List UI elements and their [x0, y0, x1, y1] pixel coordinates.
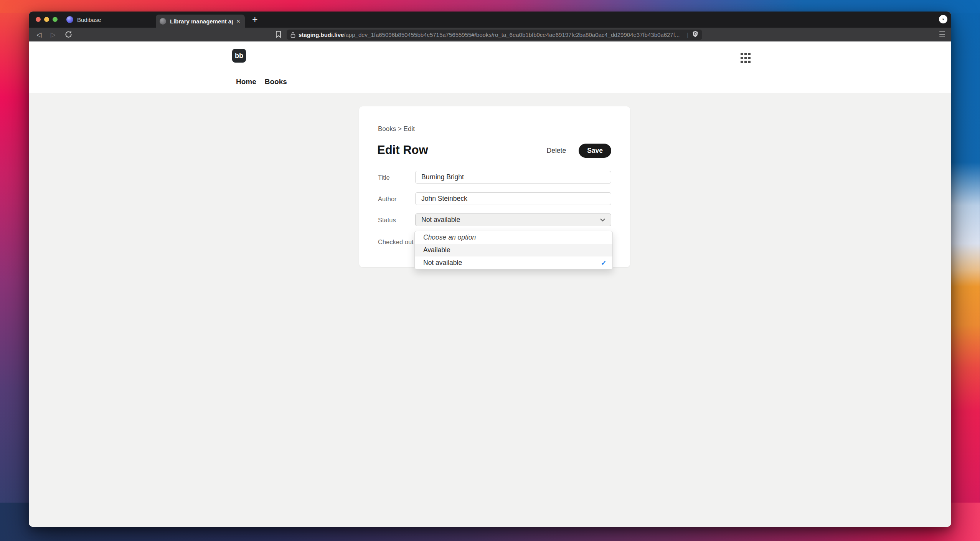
edit-row-card: Books > Edit Edit Row Delete Save Title …: [359, 106, 630, 267]
back-button[interactable]: ◁: [36, 28, 41, 41]
save-button[interactable]: Save: [579, 144, 611, 158]
url-bar[interactable]: staging.budi.live /app_dev_1fa65096b8504…: [287, 30, 702, 40]
new-tab-button[interactable]: +: [252, 13, 258, 25]
status-label: Status: [378, 217, 396, 224]
bookmark-icon: [276, 31, 281, 38]
page-favicon-icon: [160, 18, 166, 25]
app-main: Books > Edit Edit Row Delete Save Title …: [29, 93, 951, 527]
close-tab-icon[interactable]: ×: [236, 18, 241, 25]
budibase-favicon-icon: [66, 16, 73, 23]
reload-button[interactable]: [65, 31, 72, 38]
menu-icon: [939, 31, 945, 32]
nav-home-link[interactable]: Home: [236, 78, 256, 86]
wallpaper-top: [0, 0, 980, 13]
tab-search-button[interactable]: ▼: [939, 15, 947, 23]
card-actions: Delete Save: [544, 144, 611, 158]
option-label: Not available: [423, 259, 462, 267]
reload-icon: [65, 31, 72, 38]
tab-label: Library management app: [170, 18, 233, 25]
window-controls: [36, 17, 58, 22]
tab-library-management-app[interactable]: Library management app ×: [156, 15, 245, 28]
status-select-value: Not available: [421, 216, 460, 224]
status-select[interactable]: Not available: [415, 213, 611, 226]
browser-toolbar: ◁ ▷ staging.budi.live /app_dev_1fa65096b…: [29, 28, 951, 41]
author-label: Author: [378, 195, 397, 203]
title-field[interactable]: [415, 171, 611, 184]
app-header: bb Home Books: [29, 41, 951, 93]
title-label: Title: [378, 174, 390, 181]
dropdown-option-available[interactable]: Available: [415, 244, 612, 256]
tab-budibase[interactable]: Budibase: [63, 12, 147, 28]
browser-window: Budibase Library management app × + ▼ ◁ …: [29, 12, 951, 527]
url-domain: staging.budi.live: [299, 31, 344, 38]
apps-grid-icon[interactable]: [741, 53, 751, 63]
delete-button[interactable]: Delete: [544, 146, 569, 155]
dropdown-option-not-available[interactable]: Not available ✓: [415, 256, 612, 269]
bb-logo[interactable]: bb: [232, 49, 246, 63]
lock-icon[interactable]: [290, 32, 295, 38]
url-path: /app_dev_1fa65096b850455bb4c5715a7565595…: [344, 31, 685, 38]
tab-strip: Budibase Library management app × + ▼: [29, 12, 951, 28]
zoom-window-button[interactable]: [53, 17, 58, 22]
author-field[interactable]: [415, 192, 611, 205]
brave-shield-icon[interactable]: [692, 31, 698, 39]
status-dropdown: Choose an option Available Not available…: [414, 231, 613, 270]
page-title: Edit Row: [377, 143, 428, 157]
app-nav: Home Books: [236, 78, 287, 86]
minimize-window-button[interactable]: [44, 17, 49, 22]
close-window-button[interactable]: [36, 17, 41, 22]
dropdown-placeholder-option[interactable]: Choose an option: [415, 231, 612, 244]
tab-search-icon: ▼: [942, 18, 944, 21]
bookmark-button[interactable]: [276, 31, 281, 40]
check-icon: ✓: [601, 259, 607, 267]
tab-label: Budibase: [77, 17, 101, 23]
chevron-down-icon: [600, 218, 605, 222]
nav-books-link[interactable]: Books: [265, 78, 287, 86]
menu-button[interactable]: [939, 31, 945, 36]
breadcrumb[interactable]: Books > Edit: [378, 125, 415, 133]
forward-button[interactable]: ▷: [51, 28, 56, 41]
url-separator: |: [687, 32, 688, 38]
